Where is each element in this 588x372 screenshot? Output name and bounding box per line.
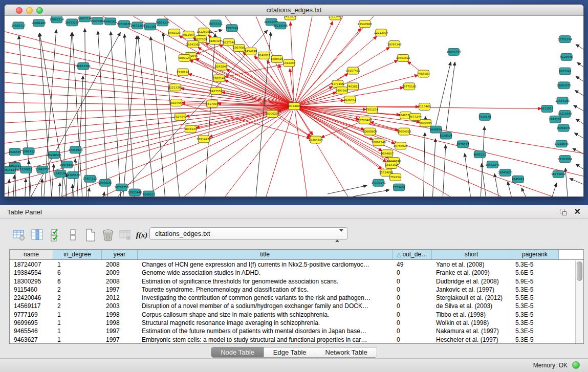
graph-node-label: 20153346 [76, 64, 91, 68]
graph-node-label: 1156819 [20, 168, 33, 171]
show-columns-icon[interactable] [30, 227, 45, 243]
scrollbar-thumb[interactable] [577, 261, 582, 281]
table-row[interactable]: 969969511998Structural magnetic resonanc… [10, 319, 575, 327]
select-rows-icon[interactable] [48, 227, 63, 243]
graph-node-label: 9827546 [223, 41, 235, 44]
table-cell: Changes of HCN gene expression and I(f) … [138, 260, 393, 269]
graph-node-label: 8454749 [245, 50, 257, 53]
graph-node-label: 7524542 [174, 115, 186, 118]
table-row[interactable]: 946554611997Estimation of the future num… [10, 327, 575, 335]
table-panel: Table Panel ✕ f(x) citations_edges.txt [0, 205, 588, 358]
column-header-in_degree[interactable]: in_degree [53, 250, 102, 259]
table-cell: 14569117 [10, 302, 53, 310]
citation-edge-red [184, 106, 294, 196]
graph-node-label: 2718126 [177, 71, 189, 74]
graph-node-label: 16648794 [446, 50, 461, 53]
graph-node-label: 8660123 [168, 31, 181, 34]
graph-node-label: 8413054 [284, 16, 297, 18]
citation-edge-black [576, 119, 583, 124]
column-header-out_de[interactable]: △out_de… [393, 250, 432, 259]
table-cell: Estimation of significance thresholds fo… [138, 277, 393, 286]
graph-node-label: 3919123 [5, 168, 16, 171]
network-window[interactable]: citations_edges.txt 14055717206914061806… [4, 4, 584, 197]
table-row[interactable]: 1938455462009Genome-wide association stu… [10, 269, 575, 277]
graph-node-label: 12213363 [168, 86, 182, 89]
citation-edge-black [424, 133, 425, 196]
table-cell: Corpus callosum shape and size in male p… [138, 311, 393, 319]
table-header-row: namein_degreeyeartitle△out_de…shortpager… [10, 250, 583, 260]
graph-node-label: 9634147 [184, 127, 197, 130]
graph-node-label: 19797349 [387, 43, 402, 46]
table-row[interactable]: 1830029562008Estimation of significance … [10, 277, 575, 286]
citation-edge-black [328, 186, 367, 194]
delete-table-icon[interactable] [118, 227, 133, 243]
graph-node-label: 2803144 [213, 77, 226, 80]
table-mode-icon[interactable] [11, 227, 27, 243]
citation-edge-red [294, 16, 312, 106]
graph-node-label: 9242848 [215, 65, 228, 68]
window-titlebar[interactable]: citations_edges.txt [5, 5, 583, 16]
float-panel-icon[interactable] [560, 209, 567, 215]
citation-edge-black [85, 29, 86, 196]
table-row[interactable]: 1456911722003Disruption of a novel membe… [10, 302, 575, 310]
table-cell: Embryonic stem cells: a model to study s… [138, 336, 393, 343]
citation-edge-black [425, 116, 426, 119]
network-canvas[interactable]: 1405571720691406180623141665328712087514… [5, 16, 583, 196]
table-cell: 0 [393, 327, 432, 335]
table-cell: 6 [53, 277, 102, 286]
window-title: citations_edges.txt [5, 6, 583, 14]
table-row[interactable]: 2242004622012Investigating the contribut… [10, 294, 575, 302]
graph-node-label: 18107554 [169, 101, 183, 104]
citation-edge-black [573, 148, 583, 154]
tab-edge-table[interactable]: Edge Table [264, 347, 316, 357]
graph-node-label: 6466161 [104, 20, 116, 23]
table-row[interactable]: 1872400712008Changes of HCN gene express… [10, 260, 575, 269]
tab-network-table[interactable]: Network Table [316, 347, 377, 357]
column-header-short[interactable]: short [432, 250, 511, 259]
graph-node-label: 9115460 [418, 105, 431, 108]
new-column-icon[interactable] [83, 227, 98, 243]
citation-edge-red [294, 100, 344, 106]
graph-node-label: 12444193 [555, 99, 570, 102]
function-builder-icon[interactable]: f(x) [134, 227, 149, 243]
table-cell: 5.9E-5 [511, 277, 559, 286]
table-vertical-scrollbar[interactable] [575, 260, 583, 343]
graph-node-label: 9146821 [258, 54, 270, 57]
graph-node-label: 19958167 [98, 181, 113, 184]
table-row[interactable]: 946362711997Embryonic stem cells: a mode… [10, 336, 575, 343]
citation-edge-black [521, 188, 526, 196]
citation-edge-black [576, 164, 583, 169]
unselect-rows-icon[interactable] [66, 227, 81, 243]
graph-node-label: 9129946 [560, 55, 573, 58]
column-header-title[interactable]: title [138, 250, 393, 259]
graph-node-label: 7951368 [144, 25, 157, 28]
table-cell: 0 [393, 302, 432, 310]
table-row[interactable]: 911546021997Tourette syndrome. Phenomeno… [10, 286, 575, 294]
table-cell: Stergiakouli et al. (2012) [432, 294, 511, 302]
citation-edge-black [72, 184, 73, 196]
table-cell: 5.3E-5 [511, 260, 559, 269]
citation-edge-red [294, 106, 583, 177]
table-cell: 5.6E-5 [511, 269, 559, 277]
citation-edge-black [98, 31, 107, 196]
graph-node-label: 7551234 [366, 108, 379, 111]
close-panel-icon[interactable]: ✕ [574, 207, 581, 217]
column-header-name[interactable]: name [10, 250, 53, 259]
delete-column-icon[interactable] [100, 227, 116, 243]
memory-status-label: Memory: OK [533, 362, 568, 369]
table-select-dropdown[interactable]: citations_edges.txt [149, 227, 348, 240]
table-cell: Disruption of a novel member of a sodium… [138, 302, 393, 310]
table-cell: 1 [53, 336, 102, 343]
graph-node-label: 9245013 [142, 193, 155, 196]
table-cell: 0 [393, 294, 432, 302]
column-header-pagerank[interactable]: pagerank [511, 250, 559, 259]
graph-node-label: 18724007 [287, 105, 301, 108]
graph-node-label: 12505135 [66, 173, 80, 177]
table-cell: de Silva et al. (2003) [432, 302, 511, 310]
tab-node-table[interactable]: Node Table [211, 347, 264, 357]
table-cell: 1 [53, 260, 102, 269]
graph-node-label: 17957222 [83, 177, 97, 180]
status-bar: Memory: OK [0, 358, 588, 372]
table-row[interactable]: 977716911998Corpus callosum shape and si… [10, 311, 575, 319]
column-header-year[interactable]: year [102, 250, 138, 259]
